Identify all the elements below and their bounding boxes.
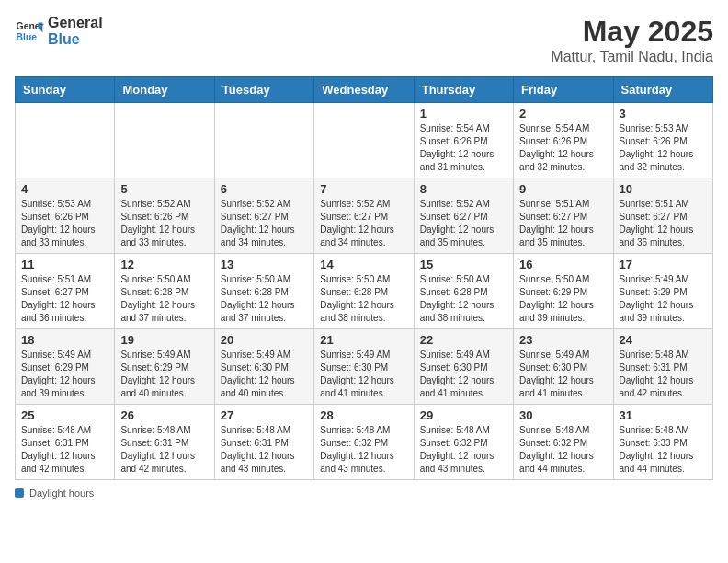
day-info: Sunrise: 5:49 AM Sunset: 6:30 PM Dayligh…: [519, 349, 607, 400]
day-number: 4: [21, 182, 108, 196]
day-number: 14: [320, 258, 407, 271]
day-info: Sunrise: 5:49 AM Sunset: 6:29 PM Dayligh…: [120, 349, 208, 400]
day-info: Sunrise: 5:48 AM Sunset: 6:31 PM Dayligh…: [120, 424, 208, 476]
day-cell: 12Sunrise: 5:50 AM Sunset: 6:28 PM Dayli…: [115, 254, 214, 329]
day-cell: 4Sunrise: 5:53 AM Sunset: 6:26 PM Daylig…: [16, 178, 115, 254]
day-info: Sunrise: 5:52 AM Sunset: 6:27 PM Dayligh…: [420, 198, 507, 249]
day-cell: [314, 103, 414, 178]
day-cell: 28Sunrise: 5:48 AM Sunset: 6:32 PM Dayli…: [314, 405, 414, 480]
day-cell: 10Sunrise: 5:51 AM Sunset: 6:27 PM Dayli…: [613, 178, 712, 254]
day-number: 25: [21, 408, 108, 422]
day-number: 8: [420, 182, 507, 196]
week-row-5: 25Sunrise: 5:48 AM Sunset: 6:31 PM Dayli…: [16, 405, 713, 480]
day-number: 23: [519, 333, 607, 347]
day-info: Sunrise: 5:50 AM Sunset: 6:28 PM Dayligh…: [221, 273, 308, 325]
day-cell: 1Sunrise: 5:54 AM Sunset: 6:26 PM Daylig…: [414, 103, 513, 178]
day-info: Sunrise: 5:49 AM Sunset: 6:29 PM Dayligh…: [21, 349, 108, 400]
day-number: 18: [21, 333, 108, 347]
day-cell: 20Sunrise: 5:49 AM Sunset: 6:30 PM Dayli…: [214, 329, 313, 405]
day-number: 10: [620, 182, 707, 196]
day-info: Sunrise: 5:48 AM Sunset: 6:33 PM Dayligh…: [620, 424, 707, 476]
day-cell: 24Sunrise: 5:48 AM Sunset: 6:31 PM Dayli…: [613, 329, 712, 405]
day-info: Sunrise: 5:50 AM Sunset: 6:28 PM Dayligh…: [120, 273, 208, 325]
day-number: 13: [221, 258, 308, 271]
day-number: 15: [420, 258, 507, 271]
day-cell: 29Sunrise: 5:48 AM Sunset: 6:32 PM Dayli…: [414, 405, 513, 480]
day-number: 24: [620, 333, 707, 347]
footer-dot-icon: [15, 488, 24, 498]
day-number: 26: [120, 408, 208, 422]
day-info: Sunrise: 5:48 AM Sunset: 6:32 PM Dayligh…: [420, 424, 507, 476]
calendar-table: SundayMondayTuesdayWednesdayThursdayFrid…: [15, 76, 713, 480]
footer-label: Daylight hours: [29, 488, 94, 499]
day-info: Sunrise: 5:50 AM Sunset: 6:29 PM Dayligh…: [519, 273, 607, 325]
day-cell: 7Sunrise: 5:52 AM Sunset: 6:27 PM Daylig…: [314, 178, 414, 254]
calendar-title: May 2025: [551, 15, 713, 49]
day-number: 2: [519, 107, 607, 121]
day-info: Sunrise: 5:53 AM Sunset: 6:26 PM Dayligh…: [21, 198, 108, 249]
day-cell: [16, 103, 115, 178]
day-number: 30: [519, 408, 607, 422]
calendar-header-row: SundayMondayTuesdayWednesdayThursdayFrid…: [16, 77, 713, 103]
day-info: Sunrise: 5:48 AM Sunset: 6:31 PM Dayligh…: [221, 424, 308, 476]
week-row-2: 4Sunrise: 5:53 AM Sunset: 6:26 PM Daylig…: [16, 178, 713, 254]
day-info: Sunrise: 5:50 AM Sunset: 6:28 PM Dayligh…: [420, 273, 507, 325]
day-info: Sunrise: 5:52 AM Sunset: 6:27 PM Dayligh…: [320, 198, 407, 249]
day-cell: 13Sunrise: 5:50 AM Sunset: 6:28 PM Dayli…: [214, 254, 313, 329]
day-cell: 11Sunrise: 5:51 AM Sunset: 6:27 PM Dayli…: [16, 254, 115, 329]
day-info: Sunrise: 5:48 AM Sunset: 6:31 PM Dayligh…: [21, 424, 108, 476]
day-info: Sunrise: 5:54 AM Sunset: 6:26 PM Dayligh…: [420, 122, 507, 174]
week-row-1: 1Sunrise: 5:54 AM Sunset: 6:26 PM Daylig…: [16, 103, 713, 178]
day-info: Sunrise: 5:48 AM Sunset: 6:31 PM Dayligh…: [620, 349, 707, 400]
logo-line2: Blue: [48, 31, 103, 48]
week-row-4: 18Sunrise: 5:49 AM Sunset: 6:29 PM Dayli…: [16, 329, 713, 405]
day-number: 29: [420, 408, 507, 422]
day-cell: 19Sunrise: 5:49 AM Sunset: 6:29 PM Dayli…: [115, 329, 214, 405]
day-header-thursday: Thursday: [414, 77, 513, 103]
day-number: 28: [320, 408, 407, 422]
week-row-3: 11Sunrise: 5:51 AM Sunset: 6:27 PM Dayli…: [16, 254, 713, 329]
day-header-saturday: Saturday: [613, 77, 712, 103]
day-header-monday: Monday: [115, 77, 214, 103]
day-info: Sunrise: 5:53 AM Sunset: 6:26 PM Dayligh…: [620, 122, 707, 174]
day-cell: 22Sunrise: 5:49 AM Sunset: 6:30 PM Dayli…: [414, 329, 513, 405]
day-info: Sunrise: 5:52 AM Sunset: 6:27 PM Dayligh…: [221, 198, 308, 249]
day-cell: 5Sunrise: 5:52 AM Sunset: 6:26 PM Daylig…: [115, 178, 214, 254]
day-cell: 18Sunrise: 5:49 AM Sunset: 6:29 PM Dayli…: [16, 329, 115, 405]
day-info: Sunrise: 5:52 AM Sunset: 6:26 PM Dayligh…: [120, 198, 208, 249]
day-info: Sunrise: 5:48 AM Sunset: 6:32 PM Dayligh…: [320, 424, 407, 476]
day-cell: 2Sunrise: 5:54 AM Sunset: 6:26 PM Daylig…: [514, 103, 613, 178]
day-number: 11: [21, 258, 108, 271]
day-number: 5: [120, 182, 208, 196]
footer-item: Daylight hours: [15, 488, 713, 499]
day-info: Sunrise: 5:51 AM Sunset: 6:27 PM Dayligh…: [519, 198, 607, 249]
day-info: Sunrise: 5:51 AM Sunset: 6:27 PM Dayligh…: [21, 273, 108, 325]
day-info: Sunrise: 5:49 AM Sunset: 6:30 PM Dayligh…: [420, 349, 507, 400]
day-number: 22: [420, 333, 507, 347]
day-info: Sunrise: 5:49 AM Sunset: 6:30 PM Dayligh…: [320, 349, 407, 400]
day-header-friday: Friday: [514, 77, 613, 103]
day-cell: 8Sunrise: 5:52 AM Sunset: 6:27 PM Daylig…: [414, 178, 513, 254]
day-cell: 3Sunrise: 5:53 AM Sunset: 6:26 PM Daylig…: [613, 103, 712, 178]
day-cell: 30Sunrise: 5:48 AM Sunset: 6:32 PM Dayli…: [514, 405, 613, 480]
logo-icon: General Blue: [15, 17, 44, 46]
day-number: 31: [620, 408, 707, 422]
day-info: Sunrise: 5:48 AM Sunset: 6:32 PM Dayligh…: [519, 424, 607, 476]
day-cell: 31Sunrise: 5:48 AM Sunset: 6:33 PM Dayli…: [613, 405, 712, 480]
day-info: Sunrise: 5:50 AM Sunset: 6:28 PM Dayligh…: [320, 273, 407, 325]
page-header: General Blue General Blue May 2025 Mattu…: [15, 15, 713, 65]
svg-text:Blue: Blue: [17, 31, 38, 41]
day-number: 19: [120, 333, 208, 347]
day-number: 27: [221, 408, 308, 422]
day-cell: 26Sunrise: 5:48 AM Sunset: 6:31 PM Dayli…: [115, 405, 214, 480]
day-cell: 15Sunrise: 5:50 AM Sunset: 6:28 PM Dayli…: [414, 254, 513, 329]
day-cell: 27Sunrise: 5:48 AM Sunset: 6:31 PM Dayli…: [214, 405, 313, 480]
logo-line1: General: [48, 15, 103, 31]
day-number: 7: [320, 182, 407, 196]
day-info: Sunrise: 5:51 AM Sunset: 6:27 PM Dayligh…: [620, 198, 707, 249]
day-info: Sunrise: 5:54 AM Sunset: 6:26 PM Dayligh…: [519, 122, 607, 174]
day-cell: 17Sunrise: 5:49 AM Sunset: 6:29 PM Dayli…: [613, 254, 712, 329]
logo: General Blue General Blue: [15, 15, 103, 47]
day-number: 3: [620, 107, 707, 121]
day-number: 21: [320, 333, 407, 347]
